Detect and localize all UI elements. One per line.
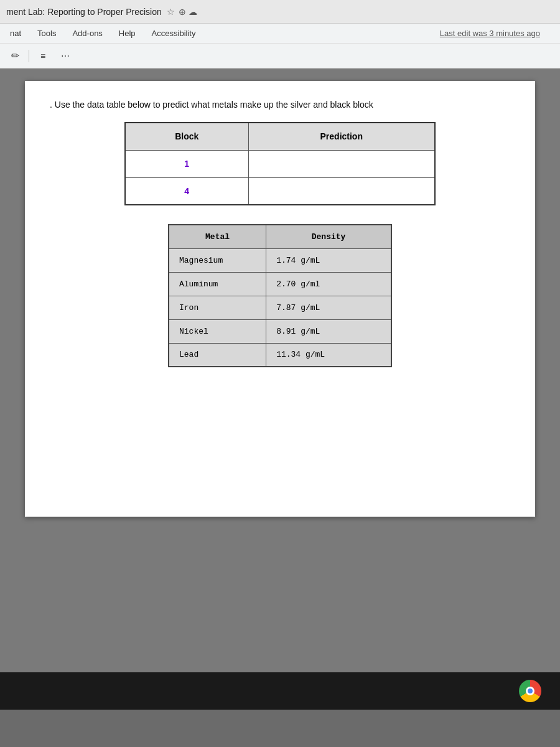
- menu-item-addons[interactable]: Add-ons: [70, 27, 105, 39]
- metal-table-header-row: Metal Density: [169, 225, 391, 248]
- document-page: . Use the data table below to predict wh…: [25, 81, 535, 517]
- lines-button-2[interactable]: ⋯: [57, 47, 74, 65]
- metal-table-row: Aluminum2.70 g/ml: [169, 272, 391, 296]
- metal-name-cell: Aluminum: [169, 272, 266, 296]
- taskbar: [0, 672, 560, 710]
- metal-table-row: Nickel8.91 g/mL: [169, 319, 391, 343]
- last-edit-text: Last edit was 3 minutes ago: [440, 29, 540, 38]
- density-value-cell: 7.87 g/mL: [266, 296, 391, 319]
- block-table-row: 4: [125, 177, 435, 205]
- metal-name-cell: Lead: [169, 343, 266, 367]
- metal-name-cell: Nickel: [169, 319, 266, 343]
- prediction-col-header: Prediction: [248, 123, 435, 150]
- block-number-cell: 4: [125, 177, 248, 205]
- metal-table-row: Lead11.34 g/mL: [169, 343, 391, 367]
- menu-item-help[interactable]: Help: [116, 27, 138, 39]
- metal-name-cell: Magnesium: [169, 248, 266, 272]
- metal-density-table: Metal Density Magnesium1.74 g/mLAluminum…: [168, 224, 392, 367]
- prediction-cell[interactable]: [248, 177, 435, 205]
- title-icons: ☆ ⊕ ☁: [167, 7, 197, 17]
- toolbar: ✏ ≡ ⋯: [0, 44, 560, 68]
- density-value-cell: 11.34 g/mL: [266, 343, 391, 367]
- menu-item-accessibility[interactable]: Accessibility: [149, 27, 198, 39]
- menu-item-nat[interactable]: nat: [7, 27, 24, 39]
- page-title: ment Lab: Reporting to Proper Precision …: [6, 7, 197, 17]
- star-icon[interactable]: ☆: [167, 7, 175, 17]
- block-table-header-row: Block Prediction: [125, 123, 435, 150]
- menu-bar: nat Tools Add-ons Help Accessibility Las…: [0, 24, 560, 44]
- chrome-titlebar: ment Lab: Reporting to Proper Precision …: [0, 0, 560, 24]
- metal-name-cell: Iron: [169, 296, 266, 319]
- density-col-header: Density: [266, 225, 391, 248]
- toolbar-divider-1: [29, 50, 29, 62]
- density-value-cell: 8.91 g/mL: [266, 319, 391, 343]
- pencil-tool-button[interactable]: ✏: [6, 47, 24, 65]
- density-value-cell: 2.70 g/ml: [266, 272, 391, 296]
- density-value-cell: 1.74 g/mL: [266, 248, 391, 272]
- chrome-logo-icon[interactable]: [519, 680, 541, 702]
- block-col-header: Block: [125, 123, 248, 150]
- metal-table-row: Magnesium1.74 g/mL: [169, 248, 391, 272]
- block-prediction-table: Block Prediction 14: [124, 122, 436, 205]
- instruction-text: . Use the data table below to predict wh…: [50, 100, 510, 110]
- chrome-logo-inner: [526, 687, 534, 695]
- document-area: . Use the data table below to predict wh…: [0, 68, 560, 710]
- lines-button-1[interactable]: ≡: [34, 47, 52, 65]
- title-text: ment Lab: Reporting to Proper Precision: [6, 7, 162, 17]
- metal-table-row: Iron7.87 g/mL: [169, 296, 391, 319]
- metal-col-header: Metal: [169, 225, 266, 248]
- metal-table-container: Metal Density Magnesium1.74 g/mLAluminum…: [50, 224, 510, 367]
- share-icons[interactable]: ⊕ ☁: [179, 7, 197, 17]
- menu-item-tools[interactable]: Tools: [35, 27, 58, 39]
- block-number-cell: 1: [125, 150, 248, 177]
- block-table-row: 1: [125, 150, 435, 177]
- prediction-cell[interactable]: [248, 150, 435, 177]
